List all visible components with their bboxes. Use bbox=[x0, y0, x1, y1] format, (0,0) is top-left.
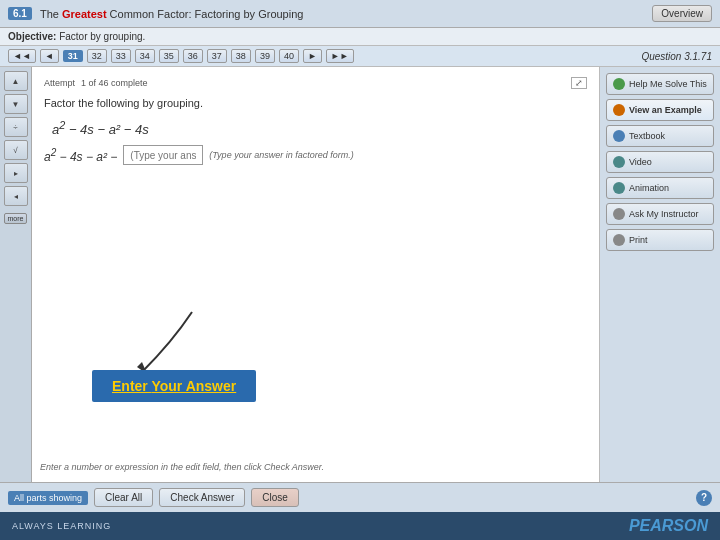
animation-button[interactable]: Animation bbox=[606, 177, 714, 199]
objective-bar: Objective: Factor by grouping. bbox=[0, 28, 720, 46]
bottom-instruction: Enter a number or expression in the edit… bbox=[40, 462, 591, 472]
math-expression: a2 − 4s − a² − 4s bbox=[44, 119, 587, 137]
help-me-solve-button[interactable]: Help Me Solve This bbox=[606, 73, 714, 95]
textbook-icon bbox=[613, 130, 625, 142]
view-example-button[interactable]: View an Example bbox=[606, 99, 714, 121]
last-button[interactable]: ►► bbox=[326, 49, 354, 63]
nav-num-38[interactable]: 38 bbox=[231, 49, 251, 63]
section-badge: 6.1 bbox=[8, 7, 32, 20]
view-example-icon bbox=[613, 104, 625, 116]
animation-icon bbox=[613, 182, 625, 194]
sidebar-icon-2[interactable]: ▼ bbox=[4, 94, 28, 114]
clear-all-button[interactable]: Clear All bbox=[94, 488, 153, 507]
video-button[interactable]: Video bbox=[606, 151, 714, 173]
answer-hint: (Type your answer in factored form.) bbox=[209, 150, 353, 160]
video-icon bbox=[613, 156, 625, 168]
footer: ALWAYS LEARNING PEARSON bbox=[0, 512, 720, 540]
ask-instructor-icon bbox=[613, 208, 625, 220]
first-button[interactable]: ◄◄ bbox=[8, 49, 36, 63]
enter-answer-button[interactable]: Enter Your Answer bbox=[92, 370, 256, 402]
answer-expression-prefix: a2 − 4s − a² − bbox=[44, 147, 117, 164]
bottom-bar: All parts showing Clear All Check Answer… bbox=[0, 482, 720, 512]
help-circle-button[interactable]: ? bbox=[696, 490, 712, 506]
title-highlight: Greatest bbox=[62, 8, 107, 20]
video-label: Video bbox=[629, 157, 652, 167]
left-sidebar: ▲ ▼ ÷ √ ▸ ◂ more bbox=[0, 67, 32, 482]
enter-highlight: Your Answer bbox=[151, 378, 236, 394]
print-label: Print bbox=[629, 235, 648, 245]
overview-button[interactable]: Overview bbox=[652, 5, 712, 22]
animation-label: Animation bbox=[629, 183, 669, 193]
top-bar: 6.1 The Greatest Common Factor: Factorin… bbox=[0, 0, 720, 28]
next-button[interactable]: ► bbox=[303, 49, 322, 63]
enter-prefix: Enter bbox=[112, 378, 151, 394]
main-area: ▲ ▼ ÷ √ ▸ ◂ more Attempt 1 of 46 complet… bbox=[0, 67, 720, 482]
close-button[interactable]: Close bbox=[251, 488, 299, 507]
prev-button[interactable]: ◄ bbox=[40, 49, 59, 63]
right-sidebar: Help Me Solve This View an Example Textb… bbox=[600, 67, 720, 482]
textbook-label: Textbook bbox=[629, 131, 665, 141]
nav-num-36[interactable]: 36 bbox=[183, 49, 203, 63]
nav-num-33[interactable]: 33 bbox=[111, 49, 131, 63]
nav-num-37[interactable]: 37 bbox=[207, 49, 227, 63]
ask-instructor-button[interactable]: Ask My Instructor bbox=[606, 203, 714, 225]
nav-num-35[interactable]: 35 bbox=[159, 49, 179, 63]
sidebar-icon-1[interactable]: ▲ bbox=[4, 71, 28, 91]
answer-input[interactable] bbox=[123, 145, 203, 165]
sidebar-icon-3[interactable]: ÷ bbox=[4, 117, 28, 137]
nav-num-34[interactable]: 34 bbox=[135, 49, 155, 63]
help-label: Help Me Solve This bbox=[629, 79, 707, 89]
sidebar-icon-5[interactable]: ▸ bbox=[4, 163, 28, 183]
sidebar-icon-4[interactable]: √ bbox=[4, 140, 28, 160]
view-example-label: View an Example bbox=[629, 105, 702, 115]
nav-num-40[interactable]: 40 bbox=[279, 49, 299, 63]
attempt-label: Attempt bbox=[44, 78, 75, 88]
nav-num-39[interactable]: 39 bbox=[255, 49, 275, 63]
current-question-number: 31 bbox=[63, 50, 83, 62]
question-area: Attempt 1 of 46 complete ⤢ Factor the fo… bbox=[32, 67, 600, 482]
attempt-bar: Attempt 1 of 46 complete ⤢ bbox=[44, 77, 587, 89]
expand-icon[interactable]: ⤢ bbox=[571, 77, 587, 89]
nav-num-32[interactable]: 32 bbox=[87, 49, 107, 63]
navigation-bar: ◄◄ ◄ 31 32 33 34 35 36 37 38 39 40 ► ►► … bbox=[0, 46, 720, 67]
check-answer-button[interactable]: Check Answer bbox=[159, 488, 245, 507]
help-icon bbox=[613, 78, 625, 90]
ask-instructor-label: Ask My Instructor bbox=[629, 209, 699, 219]
footer-right-text: PEARSON bbox=[629, 517, 708, 535]
textbook-button[interactable]: Textbook bbox=[606, 125, 714, 147]
question-instruction: Factor the following by grouping. bbox=[44, 97, 587, 109]
top-title: The Greatest Common Factor: Factoring by… bbox=[40, 8, 304, 20]
answer-row: a2 − 4s − a² − (Type your answer in fact… bbox=[44, 145, 587, 165]
all-parts-badge: All parts showing bbox=[8, 491, 88, 505]
sidebar-icon-6[interactable]: ◂ bbox=[4, 186, 28, 206]
sidebar-more-button[interactable]: more bbox=[4, 213, 28, 224]
attempt-count: 1 of 46 complete bbox=[81, 78, 148, 88]
print-icon bbox=[613, 234, 625, 246]
question-label: Question 3.1.71 bbox=[641, 51, 712, 62]
footer-left-text: ALWAYS LEARNING bbox=[12, 521, 111, 531]
print-button[interactable]: Print bbox=[606, 229, 714, 251]
